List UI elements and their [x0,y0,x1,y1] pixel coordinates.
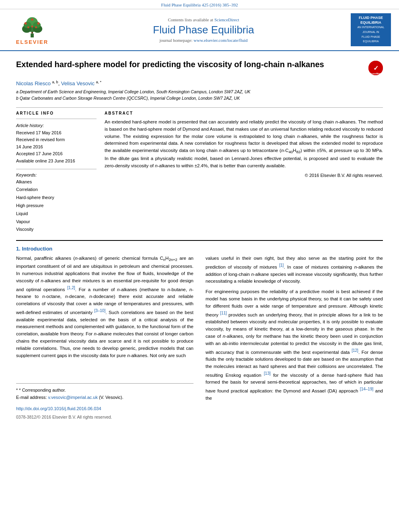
body-columns: Normal, paraffinic alkanes (n-alkanes) o… [16,255,383,420]
doi-link[interactable]: http://dx.doi.org/10.1016/j.fluid.2016.0… [16,406,101,411]
journal-header: ELSEVIER Contents lists available at Sci… [0,9,399,51]
keywords-title: Keywords: [16,173,97,177]
section-divider [16,107,383,108]
affiliation-b: b Qatar Carbonates and Carbon Storage Re… [16,95,383,102]
article-title: Extended hard-sphere model for predictin… [16,59,364,70]
accepted-label: Accepted 17 June 2016 [16,151,63,156]
intro-section-title: 1. Introduction [16,246,383,252]
journal-badge-section: FLUID PHASEEQUILIBRIAAN INTERNATIONALJOU… [351,13,391,46]
abstract-text: An extended hard-sphere model is present… [105,119,383,170]
crossmark-badge[interactable]: ✓ CrossMark [368,61,383,75]
svg-point-12 [35,26,37,28]
keywords-divider [16,169,97,169]
svg-point-8 [24,22,27,25]
authors-line: Nicolas Riesco a, b, Velisa Vesovic a, * [16,80,383,86]
keyword-highpressure: High pressure [16,202,97,210]
article-content: Extended hard-sphere model for predictin… [0,51,399,428]
intro-divider [16,240,383,241]
intro-para-3: For engineering purposes the reliability… [206,288,383,402]
keyword-viscosity: Viscosity [16,226,97,234]
online-label: Available online 23 June 2016 [16,158,75,163]
author-riesco[interactable]: Nicolas Riesco [16,80,51,86]
homepage-line: journal homepage: www.elsevier.com/locat… [60,38,347,43]
svg-point-11 [27,26,29,28]
revised-label: Received in revised form [16,137,65,142]
svg-text:✓: ✓ [373,65,378,72]
ref-13[interactable]: [13] [264,371,271,376]
history-label: Article history: [16,123,44,128]
ref-11[interactable]: [11] [220,311,227,315]
contents-line: Contents lists available at ScienceDirec… [60,17,347,22]
copyright-line: © 2016 Elsevier B.V. All rights reserved… [105,173,383,178]
ref-1[interactable]: [1] [279,263,284,267]
email-line: E-mail address: v.vesovic@imperial.ac.uk… [16,394,193,401]
ref-14-19[interactable]: [14–19] [360,387,373,391]
svg-point-13 [31,25,33,27]
affiliation-a: a Department of Earth Science and Engine… [16,89,383,95]
info-divider [16,119,97,119]
svg-rect-0 [31,33,34,37]
abstract-heading: ABSTRACT [105,111,383,115]
article-history: Article history: Received 17 May 2016 Re… [16,122,97,165]
info-abstract-cols: ARTICLE INFO Article history: Received 1… [16,111,383,234]
homepage-url[interactable]: www.elsevier.com/locate/fluid [193,38,247,43]
elsevier-logo: ELSEVIER [8,15,56,45]
section-title-text: Introduction [22,246,52,252]
doi-line: http://dx.doi.org/10.1016/j.fluid.2016.0… [16,405,193,412]
body-col-left: Normal, paraffinic alkanes (n-alkanes) o… [16,255,193,420]
intro-para-2: values useful in their own right, but th… [206,255,383,285]
svg-point-10 [37,22,39,25]
elsevier-label: ELSEVIER [16,39,48,45]
elsevier-tree-icon [15,15,49,38]
title-row: Extended hard-sphere model for predictin… [16,59,383,75]
svg-point-9 [31,18,33,21]
keyword-liquid: Liquid [16,210,97,218]
journal-title-section: Contents lists available at ScienceDirec… [60,17,347,43]
journal-title: Fluid Phase Equilibria [60,24,347,36]
section-number: 1. [16,246,21,252]
author-vesovic[interactable]: Velisa Vesovic [61,80,95,86]
issn-line: 0378-3812/© 2016 Elsevier B.V. All right… [16,414,193,420]
ref-1-2[interactable]: [1,2] [67,286,75,290]
sciencedirect-link[interactable]: ScienceDirect [214,17,239,22]
keyword-alkanes: Alkanes [16,178,97,186]
abstract-col: ABSTRACT An extended hard-sphere model i… [105,111,383,234]
journal-badge: FLUID PHASEEQUILIBRIAAN INTERNATIONALJOU… [351,13,391,46]
article-info-col: ARTICLE INFO Article history: Received 1… [16,111,97,234]
crossmark-icon: ✓ CrossMark [368,61,383,75]
footnote-section: * * Corresponding author. E-mail address… [16,383,193,420]
received-date: Received 17 May 2016 [16,130,62,135]
corresponding-author-note: * * Corresponding author. [16,387,193,394]
email-link[interactable]: v.vesovic@imperial.ac.uk [48,395,97,400]
svg-text:CrossMark: CrossMark [369,72,382,75]
body-col-right: values useful in their own right, but th… [206,255,383,420]
elsevier-logo-section: ELSEVIER [8,15,56,45]
keyword-correlation: Correlation [16,186,97,194]
revised-date: 14 June 2016 [16,144,43,149]
citation-text: Fluid Phase Equilibria 425 (2016) 385–39… [161,2,238,7]
ref-3-10[interactable]: [3–10] [94,308,105,313]
intro-para-1: Normal, paraffinic alkanes (n-alkanes) o… [16,255,193,359]
journal-citation: Fluid Phase Equilibria 425 (2016) 385–39… [0,0,399,9]
keyword-hardsphere: Hard-sphere theory [16,194,97,202]
keywords-section: Keywords: Alkanes Correlation Hard-spher… [16,169,97,234]
ref-12[interactable]: [12] [352,348,358,353]
article-info-heading: ARTICLE INFO [16,111,97,115]
keyword-vapour: Vapour [16,218,97,226]
affiliations: a Department of Earth Science and Engine… [16,89,383,102]
